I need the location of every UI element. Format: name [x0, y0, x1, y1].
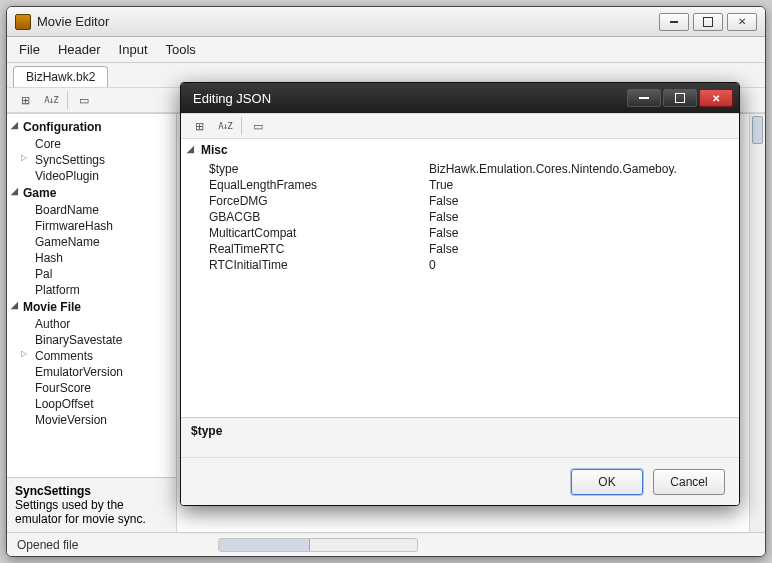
tree-item[interactable]: Platform — [9, 282, 174, 298]
dialog-button-bar: OK Cancel — [181, 457, 739, 505]
tree-group[interactable]: Movie File — [9, 298, 174, 316]
property-description-pane: $type — [181, 417, 739, 457]
property-category[interactable]: Misc — [181, 139, 739, 161]
window-maximize-button[interactable] — [693, 13, 723, 31]
ok-button[interactable]: OK — [571, 469, 643, 495]
menu-file[interactable]: File — [19, 42, 40, 57]
menu-header[interactable]: Header — [58, 42, 101, 57]
cancel-button[interactable]: Cancel — [653, 469, 725, 495]
tree-item[interactable]: Comments — [9, 348, 174, 364]
property-pages-icon[interactable] — [74, 90, 94, 110]
tree-item[interactable]: SyncSettings — [9, 152, 174, 168]
menu-input[interactable]: Input — [119, 42, 148, 57]
dialog-sort-alpha-icon[interactable] — [215, 116, 235, 136]
window-close-button[interactable] — [727, 13, 757, 31]
property-key: RTCInitialTime — [209, 258, 429, 272]
property-value[interactable]: False — [429, 226, 739, 240]
property-row[interactable]: RealTimeRTCFalse — [181, 241, 739, 257]
tree-item[interactable]: Author — [9, 316, 174, 332]
tree-item[interactable]: VideoPlugin — [9, 168, 174, 184]
property-row[interactable]: MulticartCompatFalse — [181, 225, 739, 241]
tree-group[interactable]: Game — [9, 184, 174, 202]
tree-item[interactable]: FourScore — [9, 380, 174, 396]
dialog-categorized-icon[interactable] — [189, 116, 209, 136]
vertical-scrollbar[interactable] — [749, 114, 765, 532]
dialog-titlebar: Editing JSON — [181, 83, 739, 113]
property-row[interactable]: EqualLengthFramesTrue — [181, 177, 739, 193]
property-key: ForceDMG — [209, 194, 429, 208]
property-row[interactable]: $typeBizHawk.Emulation.Cores.Nintendo.Ga… — [181, 161, 739, 177]
dialog-toolbar-separator — [241, 117, 242, 135]
selected-property-label: $type — [191, 424, 222, 438]
property-grid[interactable]: Misc $typeBizHawk.Emulation.Cores.Ninten… — [181, 139, 739, 417]
property-tree: ConfigurationCoreSyncSettingsVideoPlugin… — [7, 114, 177, 532]
status-bar: Opened file — [7, 532, 765, 556]
property-key: RealTimeRTC — [209, 242, 429, 256]
menu-tools[interactable]: Tools — [166, 42, 196, 57]
tree-item[interactable]: LoopOffset — [9, 396, 174, 412]
property-key: $type — [209, 162, 429, 176]
dialog-minimize-button[interactable] — [627, 89, 661, 107]
window-minimize-button[interactable] — [659, 13, 689, 31]
property-value[interactable]: BizHawk.Emulation.Cores.Nintendo.Gameboy… — [429, 162, 739, 176]
property-key: MulticartCompat — [209, 226, 429, 240]
tree-item[interactable]: EmulatorVersion — [9, 364, 174, 380]
property-value[interactable]: 0 — [429, 258, 739, 272]
property-row[interactable]: ForceDMGFalse — [181, 193, 739, 209]
dialog-maximize-button[interactable] — [663, 89, 697, 107]
app-icon — [15, 14, 31, 30]
tree-item[interactable]: BoardName — [9, 202, 174, 218]
tree-description-text: Settings used by the emulator for movie … — [15, 498, 168, 526]
horizontal-scrollbar[interactable] — [218, 538, 418, 552]
property-key: EqualLengthFrames — [209, 178, 429, 192]
tree-item[interactable]: Core — [9, 136, 174, 152]
toolbar-separator — [67, 91, 68, 109]
window-title: Movie Editor — [37, 14, 109, 29]
editing-json-dialog: Editing JSON Misc $typeBizHawk.Emulation… — [180, 82, 740, 506]
property-row[interactable]: GBACGBFalse — [181, 209, 739, 225]
property-value[interactable]: True — [429, 178, 739, 192]
dialog-title: Editing JSON — [193, 91, 271, 106]
tree-item[interactable]: BinarySavestate — [9, 332, 174, 348]
tree-group[interactable]: Configuration — [9, 118, 174, 136]
property-value[interactable]: False — [429, 194, 739, 208]
tree-item[interactable]: Pal — [9, 266, 174, 282]
titlebar: Movie Editor — [7, 7, 765, 37]
dialog-property-pages-icon[interactable] — [248, 116, 268, 136]
tree-item[interactable]: FirmwareHash — [9, 218, 174, 234]
tree-item[interactable]: MovieVersion — [9, 412, 174, 428]
status-text: Opened file — [17, 538, 78, 552]
tree-description-heading: SyncSettings — [15, 484, 168, 498]
categorized-icon[interactable] — [15, 90, 35, 110]
property-key: GBACGB — [209, 210, 429, 224]
tree-description-pane: SyncSettings Settings used by the emulat… — [7, 477, 176, 532]
dialog-toolbar — [181, 113, 739, 139]
tab-active[interactable]: BizHawk.bk2 — [13, 66, 108, 87]
property-value[interactable]: False — [429, 242, 739, 256]
sort-alpha-icon[interactable] — [41, 90, 61, 110]
tree-item[interactable]: Hash — [9, 250, 174, 266]
property-value[interactable]: False — [429, 210, 739, 224]
tree-item[interactable]: GameName — [9, 234, 174, 250]
property-row[interactable]: RTCInitialTime0 — [181, 257, 739, 273]
dialog-close-button[interactable] — [699, 89, 733, 107]
menu-bar: File Header Input Tools — [7, 37, 765, 63]
